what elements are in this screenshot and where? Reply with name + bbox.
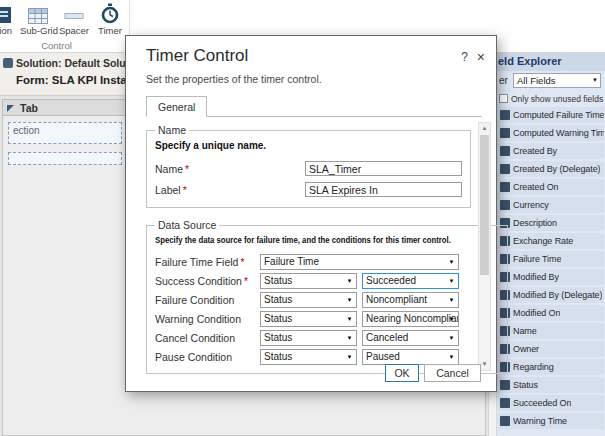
field-item-label: Computed Warning Time bbox=[513, 128, 604, 138]
form-section-empty[interactable] bbox=[8, 152, 122, 165]
help-icon[interactable]: ? bbox=[461, 50, 468, 64]
field-list-item[interactable]: Description bbox=[498, 215, 604, 231]
form-section[interactable]: ection bbox=[8, 122, 122, 144]
required-asterisk: * bbox=[185, 163, 189, 175]
dropdown-arrow-icon: ▼ bbox=[344, 350, 355, 364]
field-list: Computed Failure Time Computed Warning T… bbox=[497, 106, 605, 429]
field-list-item[interactable]: Status bbox=[498, 377, 604, 393]
field-list-item[interactable]: Modified By (Delegate) bbox=[498, 287, 604, 303]
field-list-item[interactable]: Regarding bbox=[498, 359, 604, 375]
failure-condition-label: Failure Condition bbox=[155, 294, 260, 306]
field-list-item[interactable]: Computed Warning Time bbox=[498, 125, 604, 141]
data-source-section: Data Source Specify the data source for … bbox=[146, 219, 508, 374]
field-explorer-filter-row: er All Fields ▼ bbox=[497, 71, 605, 91]
success-condition-field-select[interactable]: Status ▼ bbox=[260, 273, 357, 289]
field-list-item[interactable]: Succeeded On bbox=[498, 395, 604, 411]
field-list-item[interactable]: Modified By bbox=[498, 269, 604, 285]
field-icon bbox=[500, 110, 510, 120]
tab-general[interactable]: General bbox=[146, 96, 207, 117]
field-list-item[interactable]: Created On bbox=[498, 179, 604, 195]
cancel-condition-label: Cancel Condition bbox=[155, 332, 260, 344]
field-item-label: Currency bbox=[513, 200, 549, 210]
name-section: Name Specify a unique name. Name* SLA_Ti… bbox=[146, 124, 471, 208]
field-item-label: Exchange Rate bbox=[513, 236, 573, 246]
subgrid-button-label: Sub-Grid bbox=[20, 25, 56, 36]
dialog-scrollbar[interactable]: ▲ ▼ bbox=[478, 122, 491, 371]
name-field-label: Name* bbox=[155, 163, 305, 175]
timer-control-dialog: Timer Control ? × Set the properties of … bbox=[125, 35, 497, 392]
field-item-label: Modified On bbox=[513, 308, 560, 318]
cancel-condition-value-select[interactable]: Canceled ▼ bbox=[362, 330, 459, 346]
spacer-button-label: Spacer bbox=[56, 25, 92, 36]
field-item-label: Failure Time bbox=[513, 254, 561, 264]
spacer-button[interactable]: Spacer bbox=[56, 3, 92, 36]
dropdown-arrow-icon: ▼ bbox=[344, 274, 355, 288]
failure-condition-field-select[interactable]: Status ▼ bbox=[260, 292, 357, 308]
required-asterisk: * bbox=[183, 184, 187, 196]
dropdown-arrow-icon: ▼ bbox=[592, 77, 598, 83]
dialog-scrollbar-thumb[interactable] bbox=[480, 135, 489, 275]
subgrid-icon bbox=[20, 3, 56, 24]
filter-label: er bbox=[499, 75, 508, 86]
dialog-buttons: OK Cancel bbox=[385, 364, 481, 382]
field-list-item[interactable]: Owner bbox=[498, 341, 604, 357]
warning-condition-field-select[interactable]: Status ▼ bbox=[260, 311, 357, 327]
data-source-instruction: Specify the data source for failure time… bbox=[155, 235, 451, 245]
unused-fields-label: Only show unused fields bbox=[511, 94, 603, 104]
section-icon bbox=[0, 3, 20, 24]
field-item-label: Description bbox=[513, 218, 557, 228]
field-icon bbox=[500, 128, 510, 138]
field-item-label: Name bbox=[513, 326, 537, 336]
dropdown-arrow-icon: ▼ bbox=[446, 274, 457, 288]
field-filter-select[interactable]: All Fields ▼ bbox=[513, 73, 601, 88]
field-list-item[interactable]: Created By (Delegate) bbox=[498, 161, 604, 177]
field-list-item[interactable]: Modified On bbox=[498, 305, 604, 321]
success-condition-value-select[interactable]: Succeeded ▼ bbox=[362, 273, 459, 289]
required-asterisk: * bbox=[244, 275, 248, 287]
scroll-up-icon[interactable]: ▲ bbox=[479, 123, 490, 134]
name-instruction: Specify a unique name. bbox=[155, 140, 462, 151]
field-item-label: Warning Time bbox=[513, 416, 567, 426]
cancel-condition-row: Cancel Condition Status ▼ Canceled ▼ bbox=[155, 328, 499, 347]
field-list-item[interactable]: Name bbox=[498, 323, 604, 339]
unused-fields-row: Only show unused fields bbox=[497, 91, 605, 106]
field-list-item[interactable]: Warning Time bbox=[498, 413, 604, 429]
close-icon[interactable]: × bbox=[477, 49, 485, 65]
warning-condition-value-select[interactable]: Nearing Noncompliance ▼ bbox=[362, 311, 459, 327]
dropdown-arrow-icon: ▼ bbox=[344, 293, 355, 307]
dropdown-arrow-icon: ▼ bbox=[344, 331, 355, 345]
dialog-title: Timer Control bbox=[146, 46, 248, 66]
cancel-condition-field-select[interactable]: Status ▼ bbox=[260, 330, 357, 346]
field-item-label: Regarding bbox=[513, 362, 554, 372]
success-condition-row: Success Condition* Status ▼ Succeeded ▼ bbox=[155, 271, 499, 290]
field-item-label: Owner bbox=[513, 344, 539, 354]
solution-icon bbox=[3, 58, 13, 68]
label-input[interactable]: SLA Expires In bbox=[305, 182, 462, 197]
field-explorer-title: eld Explorer bbox=[497, 53, 605, 71]
label-field-label: Label* bbox=[155, 184, 305, 196]
name-section-legend: Name bbox=[155, 124, 189, 136]
field-icon bbox=[500, 416, 510, 426]
tab-expand-icon bbox=[7, 105, 14, 112]
field-icon bbox=[500, 164, 510, 174]
name-input[interactable]: SLA_Timer bbox=[305, 161, 462, 176]
ok-button[interactable]: OK bbox=[385, 364, 419, 382]
field-list-item[interactable]: Exchange Rate bbox=[498, 233, 604, 249]
pause-condition-field-select[interactable]: Status ▼ bbox=[260, 349, 357, 365]
subgrid-button[interactable]: Sub-Grid bbox=[20, 3, 56, 36]
section-button[interactable]: ction bbox=[0, 3, 20, 36]
failure-time-field-select[interactable]: Failure Time ▼ bbox=[260, 254, 459, 270]
pause-condition-value-select[interactable]: Paused ▼ bbox=[362, 349, 459, 365]
spacer-icon bbox=[56, 3, 92, 24]
dropdown-arrow-icon: ▼ bbox=[446, 255, 457, 269]
failure-condition-value-select[interactable]: Noncompliant ▼ bbox=[362, 292, 459, 308]
field-item-label: Succeeded On bbox=[513, 398, 571, 408]
cancel-button[interactable]: Cancel bbox=[424, 364, 481, 382]
success-condition-label: Success Condition* bbox=[155, 275, 260, 287]
unused-fields-checkbox[interactable] bbox=[499, 94, 508, 103]
field-list-item[interactable]: Created By bbox=[498, 143, 604, 159]
timer-button[interactable]: Timer bbox=[92, 3, 128, 36]
field-list-item[interactable]: Computed Failure Time bbox=[498, 107, 604, 123]
field-list-item[interactable]: Currency bbox=[498, 197, 604, 213]
field-list-item[interactable]: Failure Time bbox=[498, 251, 604, 267]
